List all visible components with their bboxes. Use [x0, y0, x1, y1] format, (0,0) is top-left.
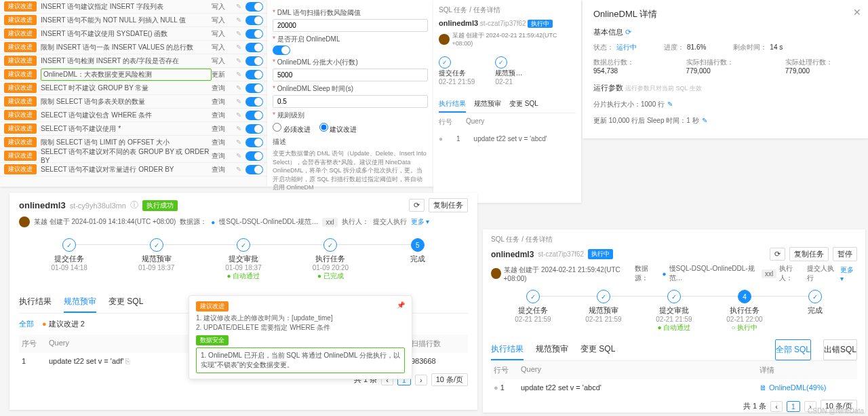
rule-toggle[interactable]	[245, 151, 263, 161]
rule-name: SELECT 语句不建议使用 *	[41, 124, 212, 134]
rule-name: INSERT 语句检测 INSERT 的表/字段是否存在	[41, 56, 212, 66]
step-circle: ✓	[62, 238, 76, 252]
radio-suggest[interactable]: 建议改进	[319, 126, 357, 133]
rule-name: 限制 SELECT 语句 LIMIT 的 OFFSET 大小	[41, 138, 212, 147]
more-dropdown[interactable]: 更多 ▾	[840, 265, 857, 282]
error-sql-button[interactable]: 出错SQL	[823, 339, 857, 360]
onlinedml-link[interactable]: 🗎 OnlineDML(49%)	[760, 383, 854, 392]
tab-review[interactable]: 规范预审	[64, 292, 96, 313]
sleep-time-input[interactable]	[273, 95, 428, 108]
rule-tag: 建议改进	[4, 110, 37, 120]
rule-action: 查询	[212, 83, 232, 93]
rule-row: 建议改进SELECT 语句不建议对常量进行 ORDER BY查询✎	[0, 163, 267, 176]
enable-onlinedml-toggle[interactable]	[273, 45, 290, 55]
rule-toggle[interactable]	[245, 165, 263, 174]
rule-row: 建议改进INSERT 语句建议指定 INSERT 字段列表写入✎	[0, 0, 267, 14]
suggestion-popover: 建议改进📌 1. 建议修改表上的修改时间为：[update_time] 2. U…	[189, 295, 412, 379]
rule-action: 写入	[212, 2, 232, 12]
rule-toggle[interactable]	[245, 111, 263, 120]
status-badge: 执行成功	[142, 200, 178, 211]
info-icon[interactable]: ⓘ	[130, 200, 138, 211]
step-circle: ✓	[323, 238, 337, 252]
edit-icon[interactable]: ✎	[236, 30, 241, 37]
rule-name: SELECT 语句不建议对常量进行 ORDER BY	[41, 165, 212, 174]
desc-heading: 描述	[273, 137, 428, 147]
tab-results[interactable]: 执行结果	[439, 99, 466, 113]
task-detail-mini: SQL 任务 / 任务详情 onlinedml3 st-czat7ip37f62…	[433, 0, 581, 203]
rule-row: 建议改进SELECT 时不建议 GROUP BY 常量查询✎	[0, 81, 267, 95]
more-dropdown[interactable]: 更多 ▾	[411, 217, 430, 227]
step-circle: ✓	[526, 290, 540, 303]
rule-tag: 建议改进	[4, 15, 37, 25]
rule-row: 建议改进限制 INSERT 语句一条 INSERT VALUES 的总行数写入✎	[0, 41, 267, 54]
refresh-button[interactable]: ⟳	[409, 199, 425, 212]
breadcrumb: SQL 任务 / 任务详情	[491, 235, 857, 244]
filter-all[interactable]: 全部	[19, 319, 34, 329]
drawer-title: OnlineDML 详情	[593, 8, 857, 20]
tab-sql[interactable]: 变更 SQL	[580, 339, 615, 360]
edit-icon[interactable]: ✎	[236, 84, 241, 92]
next-page[interactable]: ›	[415, 375, 427, 385]
tab-results[interactable]: 执行结果	[491, 339, 524, 360]
rule-toggle[interactable]	[245, 83, 263, 93]
rule-tag: 建议改进	[4, 137, 37, 147]
edit-icon[interactable]: ✎	[236, 111, 241, 119]
rule-toggle[interactable]	[245, 70, 263, 79]
tab-sql[interactable]: 变更 SQL	[509, 99, 538, 113]
edit-icon[interactable]: ✎	[667, 100, 673, 108]
edit-icon[interactable]: ✎	[236, 152, 241, 159]
rule-toggle[interactable]	[245, 138, 263, 147]
step-2: ✓	[495, 56, 507, 69]
rule-action: 写入	[212, 16, 232, 25]
enable-onlinedml-label: 是否开启 OnlineDML	[273, 35, 428, 44]
rule-tag: 建议改进	[4, 96, 37, 107]
edit-icon[interactable]: ✎	[236, 71, 241, 78]
rule-toggle[interactable]	[245, 124, 263, 134]
pause-button[interactable]: 暂停	[833, 247, 857, 261]
rule-name: 限制 SELECT 语句多表关联的数量	[41, 97, 212, 107]
rule-toggle[interactable]	[245, 43, 263, 52]
rule-toggle[interactable]	[245, 16, 263, 25]
close-icon[interactable]: ✕	[853, 7, 861, 18]
edit-icon[interactable]: ✎	[236, 3, 241, 10]
edit-icon[interactable]: ✎	[236, 16, 241, 24]
filter-suggest[interactable]: ● 建议改进 2	[42, 319, 85, 329]
step-1: ✓	[439, 56, 451, 69]
copy-task-button[interactable]: 复制任务	[789, 247, 829, 261]
refresh-button[interactable]: ⟳	[770, 248, 785, 261]
rule-row: 建议改进OnlineDML：大表数据变更风险检测更新✎	[0, 68, 267, 81]
rule-toggle[interactable]	[245, 29, 263, 39]
step-circle: ✓	[667, 290, 681, 303]
refresh-icon[interactable]: ⟳	[625, 28, 631, 36]
radio-must[interactable]: 必须改进	[273, 126, 311, 133]
all-sql-button[interactable]: 全部 SQL	[775, 339, 811, 360]
tab-review[interactable]: 规范预审	[474, 99, 501, 113]
batch-size-input[interactable]	[273, 69, 428, 81]
prev-page[interactable]: ‹	[770, 401, 783, 412]
rule-row: 建议改进SELECT 语句不建议使用 *查询✎	[0, 122, 267, 136]
edit-icon[interactable]: ✎	[236, 43, 241, 51]
rule-toggle[interactable]	[245, 56, 263, 66]
rule-toggle[interactable]	[245, 2, 263, 12]
step-circle: 5	[411, 238, 425, 252]
rule-name: SELECT 时不建议 GROUP BY 常量	[41, 83, 212, 93]
rule-toggle[interactable]	[245, 97, 263, 107]
rule-row: 建议改进限制 SELECT 语句多表关联的数量查询✎	[0, 95, 267, 109]
copy-task-button[interactable]: 复制任务	[429, 198, 468, 212]
edit-icon[interactable]: ✎	[236, 138, 241, 146]
pin-icon[interactable]: 📌	[397, 301, 405, 309]
batch-size-label: OnlineDML 分批大小(行数)	[273, 58, 428, 67]
edit-icon[interactable]: ✎	[236, 57, 241, 64]
basic-info-heading: 基本信息 ⟳	[593, 27, 857, 37]
page-size[interactable]: 10 条/页	[431, 373, 468, 386]
tab-review[interactable]: 规范预审	[536, 339, 568, 360]
tab-sql[interactable]: 变更 SQL	[108, 292, 143, 313]
copy-icon[interactable]: ⎘	[125, 357, 130, 365]
tab-results[interactable]: 执行结果	[19, 292, 52, 313]
edit-icon[interactable]: ✎	[702, 117, 707, 124]
dml-threshold-input[interactable]	[273, 19, 428, 32]
rule-action: 查询	[212, 124, 232, 134]
edit-icon[interactable]: ✎	[236, 98, 241, 105]
edit-icon[interactable]: ✎	[236, 166, 241, 173]
edit-icon[interactable]: ✎	[236, 125, 241, 132]
